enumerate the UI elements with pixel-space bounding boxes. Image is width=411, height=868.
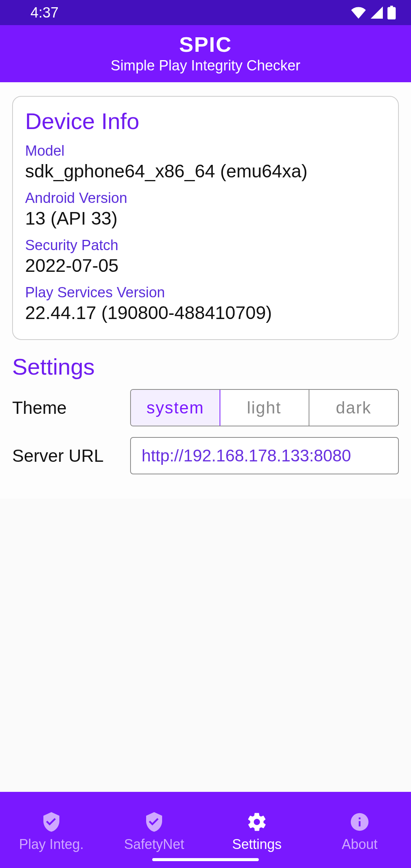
nav-label: Play Integ.: [19, 836, 84, 852]
nav-play-integrity[interactable]: Play Integ.: [0, 792, 103, 868]
theme-setting-row: Theme system light dark: [12, 389, 399, 426]
info-label: Play Services Version: [25, 284, 386, 301]
battery-icon: [387, 6, 396, 19]
gear-icon: [245, 811, 268, 833]
signal-icon: [370, 6, 384, 19]
device-info-card: Device Info Model sdk_gphone64_x86_64 (e…: [12, 96, 399, 340]
app-header: SPIC Simple Play Integrity Checker: [0, 25, 411, 82]
info-label: Android Version: [25, 190, 386, 206]
theme-segmented-control: system light dark: [130, 389, 399, 426]
device-info-model: Model sdk_gphone64_x86_64 (emu64xa): [25, 143, 386, 182]
device-info-android-version: Android Version 13 (API 33): [25, 190, 386, 229]
info-value: 2022-07-05: [25, 255, 386, 276]
wifi-icon: [351, 6, 366, 19]
status-bar: 4:37: [0, 0, 411, 25]
info-label: Model: [25, 143, 386, 159]
theme-option-system[interactable]: system: [130, 389, 220, 426]
info-label: Security Patch: [25, 237, 386, 254]
bottom-navigation: Play Integ. SafetyNet Settings About: [0, 792, 411, 868]
app-title: SPIC: [0, 32, 411, 57]
theme-option-light[interactable]: light: [220, 390, 309, 426]
device-info-title: Device Info: [25, 108, 386, 134]
nav-safetynet[interactable]: SafetyNet: [103, 792, 206, 868]
nav-settings[interactable]: Settings: [206, 792, 308, 868]
nav-label: Settings: [232, 836, 282, 852]
nav-label: SafetyNet: [124, 836, 184, 852]
status-time: 4:37: [15, 5, 59, 21]
device-info-security-patch: Security Patch 2022-07-05: [25, 237, 386, 276]
theme-option-dark[interactable]: dark: [309, 390, 398, 426]
server-url-label: Server URL: [12, 445, 130, 466]
app-subtitle: Simple Play Integrity Checker: [0, 57, 411, 74]
info-icon: [348, 811, 371, 833]
status-icons: [351, 6, 396, 19]
nav-label: About: [342, 836, 378, 852]
home-indicator[interactable]: [152, 858, 259, 861]
shield-check-icon: [40, 811, 63, 833]
shield-check-outline-icon: [143, 811, 166, 833]
settings-title: Settings: [12, 354, 399, 380]
device-info-play-services: Play Services Version 22.44.17 (190800-4…: [25, 284, 386, 323]
info-value: 22.44.17 (190800-488410709): [25, 302, 386, 323]
nav-about[interactable]: About: [308, 792, 411, 868]
theme-label: Theme: [12, 397, 130, 418]
content-area: Device Info Model sdk_gphone64_x86_64 (e…: [0, 82, 411, 499]
server-url-setting-row: Server URL: [12, 437, 399, 474]
info-value: sdk_gphone64_x86_64 (emu64xa): [25, 161, 386, 182]
server-url-input[interactable]: [130, 437, 399, 474]
info-value: 13 (API 33): [25, 208, 386, 229]
